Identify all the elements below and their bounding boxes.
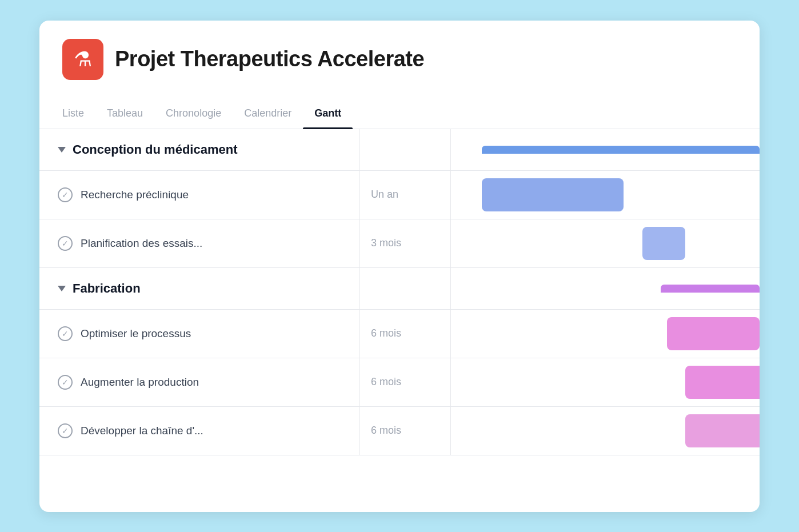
task-check-icon: ✓ [58,187,73,202]
tabs-nav: Liste Tableau Chronologie Calendrier Gan… [39,89,760,129]
task-duration-recherche: Un an [359,171,451,219]
task-label-developper: ✓ Développer la chaîne d'... [39,407,359,455]
task-check-icon-3: ✓ [58,326,73,341]
group-label-conception: Conception du médicament [39,129,359,170]
group-chart-fabrication [451,268,760,309]
task-row-developper: ✓ Développer la chaîne d'... 6 mois [39,407,760,455]
task-row-augmenter: ✓ Augmenter la production 6 mois [39,358,760,407]
task-label-recherche: ✓ Recherche préclinique [39,171,359,219]
task-label-optimiser: ✓ Optimiser le processus [39,310,359,358]
task-row-planification: ✓ Planification des essais... 3 mois [39,219,760,268]
task-row-recherche: ✓ Recherche préclinique Un an [39,171,760,219]
task-chart-augmenter [451,358,760,406]
task-duration-developper: 6 mois [359,407,451,455]
group-row-conception: Conception du médicament [39,129,760,171]
flask-icon: ⚗ [74,49,92,70]
task-duration-planification: 3 mois [359,219,451,267]
task-label-planification: ✓ Planification des essais... [39,219,359,267]
task-chart-optimiser [451,310,760,358]
project-title: Projet Therapeutics Accelerate [115,47,424,71]
chevron-down-icon-2 [58,286,66,291]
chevron-down-icon [58,147,66,153]
group-row-fabrication: Fabrication [39,268,760,310]
task-check-icon-4: ✓ [58,375,73,390]
tab-liste[interactable]: Liste [62,103,95,129]
tab-gantt[interactable]: Gantt [303,103,353,129]
task-duration-augmenter: 6 mois [359,358,451,406]
task-check-icon-2: ✓ [58,236,73,251]
gantt-container: Conception du médicament ✓ Recherche pré… [39,129,760,455]
group-duration-conception [359,129,451,170]
task-row-optimiser: ✓ Optimiser le processus 6 mois [39,310,760,358]
header: ⚗ Projet Therapeutics Accelerate [39,21,760,80]
task-chart-planification [451,219,760,267]
group-chart-conception [451,129,760,170]
task-check-icon-5: ✓ [58,423,73,438]
task-chart-developper [451,407,760,455]
project-logo: ⚗ [62,39,103,80]
task-label-augmenter: ✓ Augmenter la production [39,358,359,406]
task-duration-optimiser: 6 mois [359,310,451,358]
tab-tableau[interactable]: Tableau [95,103,154,129]
main-card: ⚗ Projet Therapeutics Accelerate Liste T… [39,21,760,512]
group-duration-fabrication [359,268,451,309]
task-chart-recherche [451,171,760,219]
tab-calendrier[interactable]: Calendrier [233,103,303,129]
group-label-fabrication: Fabrication [39,268,359,309]
tab-chronologie[interactable]: Chronologie [154,103,233,129]
